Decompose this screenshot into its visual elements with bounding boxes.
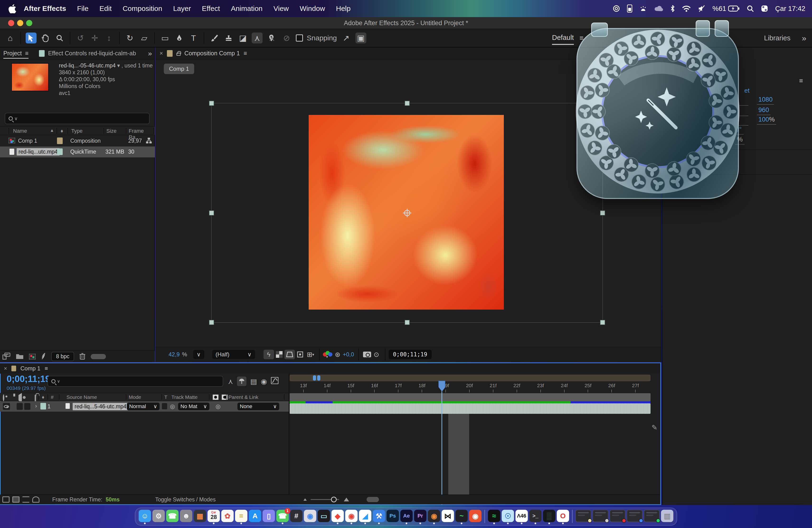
apple-logo-icon[interactable] (9, 4, 17, 15)
layer-visibility-toggle[interactable] (3, 403, 10, 410)
ec-menu-icon[interactable]: ≡ (799, 77, 803, 85)
dock-whatsapp[interactable]: ☎1 (276, 510, 289, 522)
menu-item-composition[interactable]: Composition (122, 4, 162, 13)
col-source-name[interactable]: Source Name (67, 394, 97, 400)
sort-asc-icon[interactable]: ▲ (50, 128, 54, 133)
mask-off-icon[interactable]: ⊘ (281, 32, 292, 43)
dock-app-store[interactable]: Α (249, 510, 261, 522)
menu-app-name[interactable]: After Effects (24, 4, 66, 13)
menu-item-layer[interactable]: Layer (173, 4, 191, 13)
row-name[interactable]: red-liq...utc.mp4 (17, 148, 60, 156)
footage-name[interactable]: red-liq...-05-46-utc.mp4 (59, 62, 116, 69)
dock-window-thumb[interactable] (610, 510, 625, 522)
bluetooth-icon[interactable] (670, 5, 675, 12)
dock-spotify[interactable]: ≈ (488, 510, 500, 522)
tab-timeline-comp[interactable]: Comp 1 (20, 365, 40, 372)
transparency-grid-icon[interactable] (274, 350, 285, 359)
flowchart-icon[interactable] (146, 137, 152, 145)
tab-project[interactable]: Project ≡ (0, 47, 32, 59)
col-size[interactable]: Size (106, 128, 117, 134)
comp-menu-icon[interactable]: ≡ (244, 50, 247, 57)
resolution-dropdown[interactable]: (Half)∨ (212, 350, 255, 359)
interpret-footage-icon[interactable] (2, 353, 11, 361)
close-window-button[interactable] (8, 20, 14, 26)
col-number[interactable]: # (51, 394, 54, 400)
project-search-input[interactable]: ∨ (5, 113, 149, 124)
matte-pick-icon[interactable]: ◎ (170, 403, 175, 410)
expand-render-time-icon[interactable] (32, 496, 40, 503)
frame-blending-icon[interactable]: ▤ (250, 377, 257, 385)
footage-name-dropdown-icon[interactable]: ▾ (117, 62, 120, 69)
layer-parent-dropdown[interactable]: None∨ (237, 402, 279, 410)
timeline-search-input[interactable]: ∨ (47, 376, 223, 387)
home-icon[interactable]: ⌂ (5, 32, 16, 43)
label-column-icon[interactable]: ♦ (42, 394, 44, 400)
dock-broadcast-app[interactable]: ◉ (469, 510, 481, 522)
layer-expander-icon[interactable]: › (35, 403, 37, 409)
selection-handle[interactable] (209, 101, 214, 106)
dock-dark-app[interactable]: ▒ (543, 510, 555, 522)
close-tab-icon[interactable]: × (160, 50, 163, 57)
preview-timecode[interactable]: 0;00;11;19 (389, 350, 432, 359)
expand-inout-icon[interactable] (22, 496, 29, 503)
menubar-clock[interactable]: Çar 17:42 (775, 5, 806, 13)
menu-item-help[interactable]: Help (336, 4, 351, 13)
zoom-value[interactable]: 42,9 (169, 351, 180, 358)
control-center-icon[interactable] (761, 5, 768, 12)
zoom-bar-handle[interactable] (313, 375, 316, 381)
dock-window-thumb[interactable] (627, 510, 642, 522)
layer-solo-toggle[interactable] (17, 403, 23, 410)
matte-luma-icon[interactable] (222, 395, 228, 400)
timeline-layer-row[interactable]: › 1 red-liq...5-46-utc.mp4 Normal∨ ◎ No … (0, 401, 289, 412)
expand-transfer-controls-icon[interactable] (12, 496, 19, 503)
dock-contacts[interactable]: ☻ (180, 510, 192, 522)
selection-handle[interactable] (405, 320, 410, 325)
layer-track-matte-dropdown[interactable]: No Mat∨ (178, 402, 209, 410)
dock-opera[interactable]: O (557, 510, 569, 522)
region-of-interest-icon[interactable] (285, 350, 295, 359)
selection-handle[interactable] (405, 101, 410, 106)
layer-lock-toggle[interactable] (24, 403, 30, 410)
selection-tool[interactable] (26, 32, 37, 43)
zoom-slider-knob[interactable] (331, 497, 337, 502)
dock-trash[interactable]: ▥ (661, 510, 673, 522)
col-type[interactable]: Type (71, 128, 83, 134)
tab-composition[interactable]: Composition Comp 1 (185, 50, 240, 57)
minimize-window-button[interactable] (17, 20, 23, 26)
col-name[interactable]: Name (13, 128, 27, 134)
timeline-zoom-slider[interactable] (310, 499, 339, 500)
dock-chrome-window[interactable]: ◉ (304, 510, 316, 522)
dock-design-studio[interactable]: Λ46 (516, 510, 528, 522)
libraries-tab[interactable]: Libraries (764, 34, 791, 42)
new-composition-icon[interactable] (29, 354, 35, 360)
snap-box-icon[interactable]: ▣ (356, 32, 366, 43)
selection-handle[interactable] (209, 320, 214, 325)
dock-window-thumb[interactable] (644, 510, 659, 522)
snapshot-icon[interactable] (363, 352, 371, 357)
menu-item-edit[interactable]: Edit (100, 4, 112, 13)
snap-angle-icon[interactable]: ↗ (341, 32, 352, 43)
zoom-bar-handle[interactable] (317, 375, 320, 381)
panel-overflow-icon[interactable]: » (148, 49, 152, 57)
cloud-icon[interactable] (654, 5, 663, 12)
dock-window-thumb[interactable] (576, 510, 591, 522)
matte-alpha-icon[interactable] (213, 395, 218, 400)
ec-scale-value[interactable]: 100% (757, 116, 776, 124)
mask-feather-icon[interactable]: ⋏ (266, 32, 277, 43)
col-track-matte[interactable]: Track Matte (171, 394, 198, 400)
exposure-shutter-icon[interactable]: ⊛ (332, 350, 343, 359)
mute-icon[interactable] (698, 5, 706, 12)
dock-iphone-mirroring[interactable]: ▯ (263, 510, 275, 522)
layer-blend-mode-dropdown[interactable]: Normal∨ (127, 402, 160, 410)
comp-button-icon[interactable]: ✎ (652, 423, 657, 431)
menu-item-view[interactable]: View (274, 4, 289, 13)
toolbar-overflow-icon[interactable]: » (802, 33, 806, 43)
menu-item-window[interactable]: Window (300, 4, 325, 13)
dock-hammer-app[interactable]: ⚒ (373, 510, 385, 522)
exposure-value[interactable]: +0,0 (343, 351, 354, 358)
motion-blur-icon[interactable]: ◉ (261, 377, 267, 385)
solo-column-icon[interactable] (23, 396, 26, 399)
mask-visibility-icon[interactable] (295, 350, 305, 359)
show-snapshot-icon[interactable]: ⊙ (371, 350, 381, 359)
footage-thumbnail[interactable] (11, 63, 49, 91)
